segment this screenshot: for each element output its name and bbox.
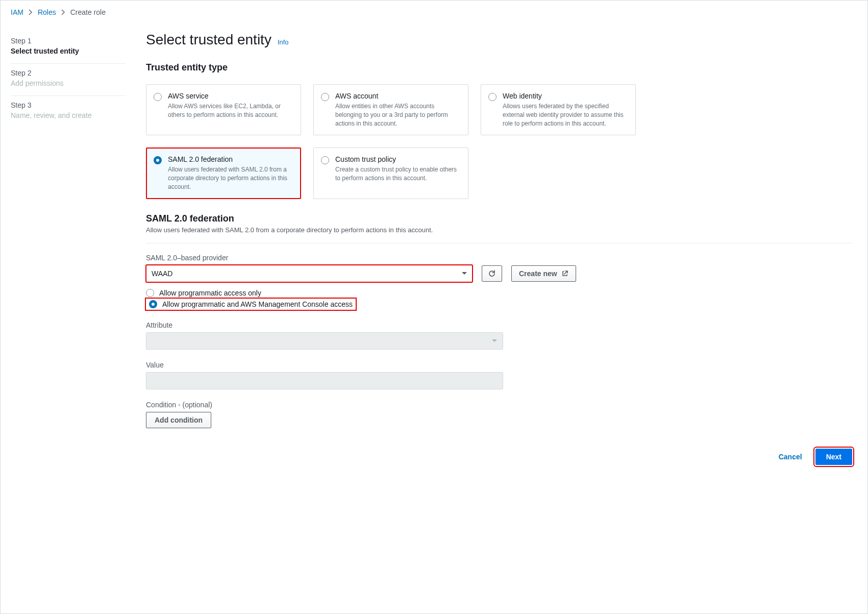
provider-label: SAML 2.0–based provider bbox=[146, 254, 852, 262]
radio-icon bbox=[154, 93, 162, 101]
tile-custom-trust-policy[interactable]: Custom trust policy Create a custom trus… bbox=[313, 148, 468, 199]
tile-title: AWS account bbox=[335, 92, 461, 100]
tile-aws-service[interactable]: AWS service Allow AWS services like EC2,… bbox=[146, 84, 301, 135]
step-number: Step 1 bbox=[11, 37, 126, 45]
value-label: Value bbox=[146, 361, 503, 369]
step-2[interactable]: Step 2 Add permissions bbox=[11, 64, 126, 96]
select-value: WAAD bbox=[152, 269, 172, 278]
saml-heading: SAML 2.0 federation bbox=[146, 213, 852, 224]
radio-icon bbox=[321, 93, 329, 101]
access-programmatic-and-console[interactable]: Allow programmatic and AWS Management Co… bbox=[146, 299, 356, 310]
tile-web-identity[interactable]: Web identity Allows users federated by t… bbox=[481, 84, 636, 135]
refresh-icon bbox=[488, 269, 496, 278]
breadcrumb: IAM Roles Create role bbox=[11, 8, 857, 16]
tile-saml-federation[interactable]: SAML 2.0 federation Allow users federate… bbox=[146, 148, 301, 199]
step-title: Add permissions bbox=[11, 79, 126, 87]
cancel-button[interactable]: Cancel bbox=[773, 449, 808, 465]
breadcrumb-iam[interactable]: IAM bbox=[11, 8, 23, 16]
step-1[interactable]: Step 1 Select trusted entity bbox=[11, 32, 126, 64]
attribute-label: Attribute bbox=[146, 321, 503, 329]
radio-label: Allow programmatic and AWS Management Co… bbox=[162, 300, 353, 308]
tile-desc: Create a custom trust policy to enable o… bbox=[335, 165, 461, 183]
external-link-icon bbox=[561, 270, 568, 277]
refresh-button[interactable] bbox=[482, 265, 502, 282]
tile-title: SAML 2.0 federation bbox=[168, 155, 293, 163]
tile-title: Custom trust policy bbox=[335, 155, 461, 163]
tile-desc: Allow entities in other AWS accounts bel… bbox=[335, 102, 461, 128]
divider bbox=[146, 243, 852, 243]
radio-label: Allow programmatic access only bbox=[159, 289, 261, 297]
tile-title: AWS service bbox=[168, 92, 293, 100]
attribute-select bbox=[146, 332, 503, 350]
create-new-button[interactable]: Create new bbox=[511, 265, 576, 282]
tile-desc: Allow users federated with SAML 2.0 from… bbox=[168, 165, 293, 191]
tile-title: Web identity bbox=[503, 92, 628, 100]
step-3[interactable]: Step 3 Name, review, and create bbox=[11, 96, 126, 128]
button-label: Create new bbox=[519, 269, 557, 278]
tile-desc: Allows users federated by the specified … bbox=[503, 102, 628, 128]
step-title: Select trusted entity bbox=[11, 47, 126, 55]
breadcrumb-roles[interactable]: Roles bbox=[38, 8, 56, 16]
wizard-steps: Step 1 Select trusted entity Step 2 Add … bbox=[11, 32, 126, 465]
trusted-entity-heading: Trusted entity type bbox=[146, 62, 852, 73]
value-input bbox=[146, 372, 503, 389]
radio-icon bbox=[149, 300, 157, 308]
add-condition-button[interactable]: Add condition bbox=[146, 412, 211, 428]
caret-down-icon bbox=[461, 272, 467, 276]
chevron-right-icon bbox=[29, 9, 33, 15]
page-title: Select trusted entity bbox=[146, 32, 271, 48]
step-number: Step 3 bbox=[11, 101, 126, 109]
tile-desc: Allow AWS services like EC2, Lambda, or … bbox=[168, 102, 293, 119]
radio-icon bbox=[488, 93, 497, 101]
caret-down-icon bbox=[491, 339, 498, 343]
saml-desc: Allow users federated with SAML 2.0 from… bbox=[146, 226, 852, 234]
condition-label: Condition - (optional) bbox=[146, 401, 503, 409]
info-link[interactable]: Info bbox=[278, 38, 289, 46]
saml-provider-select[interactable]: WAAD bbox=[146, 265, 473, 282]
step-number: Step 2 bbox=[11, 69, 126, 77]
breadcrumb-current: Create role bbox=[70, 8, 106, 16]
tile-aws-account[interactable]: AWS account Allow entities in other AWS … bbox=[313, 84, 468, 135]
radio-icon bbox=[146, 289, 154, 297]
step-title: Name, review, and create bbox=[11, 111, 126, 119]
radio-icon bbox=[154, 156, 162, 164]
chevron-right-icon bbox=[61, 9, 65, 15]
radio-icon bbox=[321, 156, 329, 164]
next-button[interactable]: Next bbox=[815, 449, 852, 465]
access-programmatic-only[interactable]: Allow programmatic access only bbox=[146, 287, 852, 299]
